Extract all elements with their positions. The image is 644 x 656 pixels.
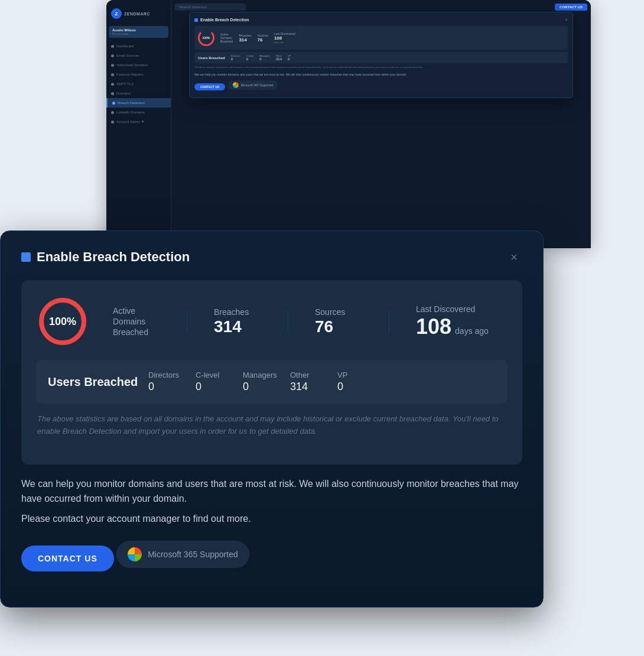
laptop-contact-mini-btn[interactable]: CONTACT US [194,83,225,90]
stat-active-label3: Breached [113,327,160,337]
breach-directors-label: Directors [148,371,179,379]
stat-last-discovered-row: 108 days ago [416,314,489,339]
laptop-logo-icon: Z [111,8,122,19]
stat-sources-label: Sources [315,307,362,317]
stat-breaches-label: Breaches [214,307,261,317]
breach-managers-label: Managers [243,371,277,379]
breach-other-label: Other [290,371,310,379]
divider1 [187,310,187,333]
note-text: The above statistics are based on all do… [36,413,508,438]
laptop-contact-button[interactable]: CONTACT US [555,4,587,11]
contact-us-button[interactable]: CONTACT US [21,545,114,571]
laptop-nav-dot-active [112,102,115,105]
laptop-note: The above statistics are based on all do… [194,66,568,69]
description-text-1: We can help you monitor domains and user… [21,476,522,506]
laptop-nav-smtp[interactable]: SMTP TLS [106,79,171,89]
laptop-modal: Enable Breach Detection × 100% Active Do… [189,12,573,98]
stat-active-domains: Active Domains Breached [113,306,160,338]
stats-top-row: 100% Active Domains Breached Breaches 31… [36,295,508,348]
laptop-active-domains: Active Domains Breached [220,33,233,43]
breach-managers: Managers 0 [237,371,284,393]
stat-last-discovered-value: 108 [416,314,451,339]
ms365-text: Microsoft 365 Supported [148,550,238,559]
laptop-circle: 100% [198,30,214,46]
laptop-nav-dot [111,45,114,48]
modal-header: Enable Breach Detection × [21,249,522,265]
description-text-2: Please contact your account manager to f… [21,511,522,527]
laptop-breach-row: Users Breached Directors 0 C-level 0 Man… [194,52,568,63]
laptop-modal-title: Enable Breach Detection [200,18,249,22]
laptop-directors: Directors 0 [231,54,240,61]
laptop-search[interactable]: Breach Detection [175,4,246,11]
laptop-breaches: Breaches 314 [239,34,251,43]
ms365-badge: Microsoft 365 Supported [116,541,249,568]
stat-last-discovered-label: Last Discovered [416,304,489,314]
stat-active-label1: Active [113,306,160,316]
breach-card: Users Breached Directors 0 C-level 0 Man… [36,360,508,404]
breach-clevel-label: C-level [196,371,219,379]
laptop-last-discovered: Last Discovered 108 days ago [274,32,295,44]
laptop-nav-linkedin[interactable]: LinkedIn Domains [106,108,171,117]
laptop-sources: Sources 76 [258,34,268,43]
laptop-nav-dot [111,73,114,76]
breach-circle: 100% [36,295,89,348]
stat-active-label2: Domains [113,316,160,327]
modal-close-button[interactable]: × [506,249,522,265]
laptop-nav-authorized[interactable]: Authorized Senders [106,60,171,70]
laptop-ms365-badge: Microsoft 365 Supported [228,80,278,90]
breach-directors: Directors 0 [142,371,190,393]
divider2 [288,310,288,333]
laptop-user-role: Pro Account [112,32,165,35]
laptop-other: Other 314 [276,54,282,61]
breach-main-label: Users Breached [48,375,142,389]
laptop-desc1: We can help you monitor domains and user… [194,73,568,77]
laptop-nav-dot [111,92,114,95]
breach-vp-value: 0 [337,381,343,393]
breach-vp-label: VP [337,371,347,379]
breach-clevel-value: 0 [196,381,201,393]
breach-clevel: C-level 0 [190,371,237,393]
modal-indicator [21,252,31,262]
stat-sources: Sources 76 [315,307,362,336]
breach-vp: VP 0 [331,371,379,393]
breach-managers-value: 0 [243,381,249,393]
laptop-vp: VP 0 [288,54,291,61]
laptop-clevel: C-level 0 [246,54,253,61]
laptop-topbar: Breach Detection CONTACT US [175,4,587,11]
laptop-nav-forensic[interactable]: Forensic Reports [106,70,171,79]
laptop-sidebar: Z ZENDMARC Austin Wilson Pro Account Das… [106,0,171,248]
modal-title: Enable Breach Detection [37,249,190,265]
circle-percentage: 100% [49,316,76,328]
stat-sources-value: 76 [315,317,362,336]
breach-directors-value: 0 [148,381,154,393]
stats-card: 100% Active Domains Breached Breaches 31… [21,280,522,465]
laptop-stats-row: 100% Active Domains Breached Breaches 31… [194,26,568,50]
breach-other-value: 314 [290,381,308,393]
laptop-ms365-text: Microsoft 365 Supported [241,83,273,87]
laptop-nav-dot [111,83,114,86]
main-modal: Enable Breach Detection × 100% Active Do… [0,230,544,608]
laptop-user-card: Austin Wilson Pro Account [109,26,168,38]
laptop-brand: ZENDMARC [124,12,150,16]
laptop-nav-domains[interactable]: Domains [106,89,171,98]
stat-last-discovered-sub: days ago [455,326,489,336]
laptop-nav-dot [111,111,114,114]
laptop-main-area: Breach Detection CONTACT US Enable Breac… [171,0,591,248]
laptop-nav-admin[interactable]: Account Admin ▼ [106,117,171,126]
laptop-ms365-icon [233,82,239,88]
stat-breaches-value: 314 [214,317,261,336]
laptop-nav-dashboard[interactable]: Dashboard [106,41,171,51]
laptop-modal-close[interactable]: × [565,17,568,22]
laptop-logo-area: Z ZENDMARC [106,5,171,22]
laptop-background: Z ZENDMARC Austin Wilson Pro Account Das… [106,0,591,248]
laptop-nav-email[interactable]: Email Sources [106,51,171,60]
laptop-modal-header: Enable Breach Detection × [194,17,568,22]
stat-last-discovered: Last Discovered 108 days ago [416,304,489,339]
laptop-nav-dot [111,64,114,67]
laptop-modal-indicator [194,18,198,22]
laptop-nav-dot [111,54,114,57]
breach-other: Other 314 [284,371,331,393]
ms365-icon [128,547,142,561]
laptop-screen: Z ZENDMARC Austin Wilson Pro Account Das… [106,0,591,248]
laptop-nav-breach[interactable]: Breach Detection [106,98,171,108]
